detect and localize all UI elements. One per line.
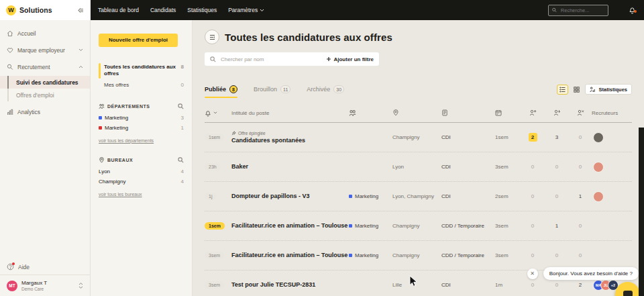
department-row[interactable]: Marketing 1 — [99, 123, 184, 133]
table-row[interactable]: 1semOffre épingléeCandidatures spontanée… — [205, 123, 632, 152]
column-in-process-icon[interactable] — [545, 109, 569, 116]
search-icon — [210, 56, 216, 62]
office-row[interactable]: Lyon 4 — [99, 166, 184, 177]
scrollbar[interactable] — [639, 128, 644, 296]
job-title: Candidatures spontanées — [231, 137, 349, 144]
see-all-departments-link[interactable]: voir tous les départements — [99, 138, 154, 143]
rejected-count: 2 — [569, 282, 592, 288]
panel-item-all-applications[interactable]: Toutes les candidatures aux offres 8 — [99, 62, 184, 81]
sidebar-item-accueil[interactable]: Accueil — [0, 27, 90, 40]
recruiters-cell — [592, 132, 632, 143]
new-job-button[interactable]: Nouvelle offre d'emploi — [99, 34, 178, 47]
job-title-cell: Facilitateur.rice en animation – Toulous… — [231, 222, 349, 230]
job-title: Test pour Julie TECSUP-2831 — [231, 281, 349, 289]
job-location-cell: Lille — [392, 282, 441, 288]
job-time-cell: 3sem — [495, 223, 521, 229]
rejected-count: 0 — [569, 134, 592, 140]
department-color-dot — [99, 126, 102, 130]
tab-archivee[interactable]: Archivée 30 — [307, 81, 344, 98]
add-filter-button[interactable]: Ajouter un filtre — [326, 56, 374, 62]
chevron-down-icon — [260, 9, 264, 12]
column-contract-icon[interactable] — [441, 109, 495, 116]
search-offices-icon[interactable] — [178, 157, 184, 163]
column-recruiters[interactable]: Recruteurs — [592, 110, 632, 116]
column-location-icon[interactable] — [392, 109, 441, 116]
sidebar-item-marque-employeur[interactable]: Marque employeur — [0, 44, 90, 56]
table-row[interactable]: 23hBakerLyonCDI3sem000 — [205, 152, 632, 182]
department-color-dot — [99, 116, 102, 119]
table-row[interactable]: 1semFacilitateur.rice en animation – Tou… — [205, 211, 632, 241]
column-sort-bell[interactable] — [205, 109, 231, 117]
offices-section: BUREAUX Lyon 4 Champigny 4 voir tous les… — [99, 157, 184, 199]
user-menu[interactable]: MT Margaux T Demo Care — [0, 275, 90, 296]
plus-icon — [326, 56, 331, 62]
job-contract-cell: CDD / Temporaire — [441, 223, 495, 229]
panel-item-my-jobs[interactable]: Mes offres 0 — [99, 80, 184, 91]
new-candidates-count: 0 — [521, 193, 545, 199]
job-title-cell: Facilitateur.rice en animation – Toulous… — [231, 252, 349, 259]
column-new-candidates-icon[interactable] — [521, 109, 545, 116]
recruiters-cell — [592, 191, 632, 202]
grid-view-button[interactable] — [571, 85, 582, 95]
column-rejected-icon[interactable] — [569, 109, 592, 116]
sidebar-bottom: Aide MT Margaux T Demo Care — [0, 259, 90, 296]
sidebar-item-offres-emploi[interactable]: Offres d'emploi — [0, 89, 90, 101]
job-location-cell: Lyon — [392, 164, 441, 170]
job-age-cell: 1sem — [205, 222, 231, 230]
tab-publiee[interactable]: Publiée 8 — [205, 81, 237, 98]
see-all-offices-link[interactable]: voir tous les bureaux — [99, 192, 142, 197]
job-department-cell: Marketing — [349, 223, 392, 229]
column-calendar-icon[interactable] — [495, 109, 521, 116]
notifications-bell[interactable] — [620, 6, 644, 14]
chat-message[interactable]: Bonjour. Vous avez besoin d'aide ? — [543, 267, 639, 280]
recruiter-avatar[interactable] — [593, 191, 604, 202]
recruiter-avatar[interactable] — [593, 162, 604, 172]
chat-close-button[interactable]: ✕ — [527, 268, 538, 279]
job-location-cell: Champigny — [392, 252, 441, 258]
table-search[interactable]: Ajouter un filtre — [205, 52, 379, 66]
nav-settings[interactable]: Paramètres — [228, 7, 264, 13]
analytics-icon — [7, 109, 13, 115]
list-view-button[interactable] — [557, 85, 568, 95]
in-process-count: 0 — [545, 164, 569, 170]
topbar: W Solutions Tableau de bord Candidats St… — [0, 0, 644, 20]
sidebar-item-suivi-candidatures[interactable]: Suivi des candidatures — [0, 76, 90, 89]
nav-statistics[interactable]: Statistiques — [187, 7, 217, 13]
search-icon — [552, 7, 557, 13]
global-search-input[interactable] — [559, 7, 604, 14]
statistics-button[interactable]: Statistiques — [585, 84, 632, 95]
job-title: Facilitateur.rice en animation – Toulous… — [231, 222, 349, 230]
department-row[interactable]: Marketing 3 — [99, 113, 184, 123]
nav-dashboard[interactable]: Tableau de bord — [98, 7, 139, 13]
rejected-count: 0 — [569, 223, 592, 229]
job-title-cell: Baker — [231, 163, 349, 170]
global-search[interactable] — [548, 5, 608, 16]
table-row[interactable]: 3semFacilitateur.rice en animation – Tou… — [205, 241, 632, 270]
job-time-cell: 1sem — [495, 134, 521, 140]
recruiter-avatar[interactable] — [593, 132, 604, 143]
rejected-count: 0 — [569, 164, 592, 170]
new-candidates-count: 0 — [521, 282, 545, 288]
collapse-sidebar-icon[interactable] — [77, 7, 85, 14]
notification-dot — [634, 10, 637, 13]
tab-brouillon[interactable]: Brouillon 11 — [254, 81, 290, 98]
help-button[interactable]: Aide — [0, 259, 90, 275]
brand-name: Solutions — [19, 6, 52, 14]
search-by-name-input[interactable] — [219, 56, 323, 63]
column-job-title[interactable]: Intitulé du poste — [231, 110, 349, 116]
departments-title: DÉPARTEMENTS — [107, 104, 150, 109]
sidebar-item-recrutement[interactable]: Recrutement — [0, 60, 90, 73]
in-process-count: 0 — [545, 282, 569, 288]
sidebar-item-analytics[interactable]: Analytics — [0, 105, 90, 118]
column-department-icon[interactable] — [349, 109, 392, 117]
search-departments-icon[interactable] — [178, 103, 184, 109]
nav-candidates[interactable]: Candidats — [150, 7, 176, 13]
job-contract-cell: CDI — [441, 164, 495, 170]
job-age-cell: 23h — [205, 163, 231, 170]
table-row[interactable]: 1jDompteur de papillons - V3MarketingLyo… — [205, 182, 632, 211]
office-row[interactable]: Champigny 4 — [99, 177, 184, 187]
brand: W Solutions — [0, 0, 91, 20]
rejected-count: 0 — [569, 252, 592, 258]
job-title: Facilitateur.rice en animation – Toulous… — [231, 252, 349, 259]
job-contract-cell: CDD / Temporaire — [441, 252, 495, 258]
